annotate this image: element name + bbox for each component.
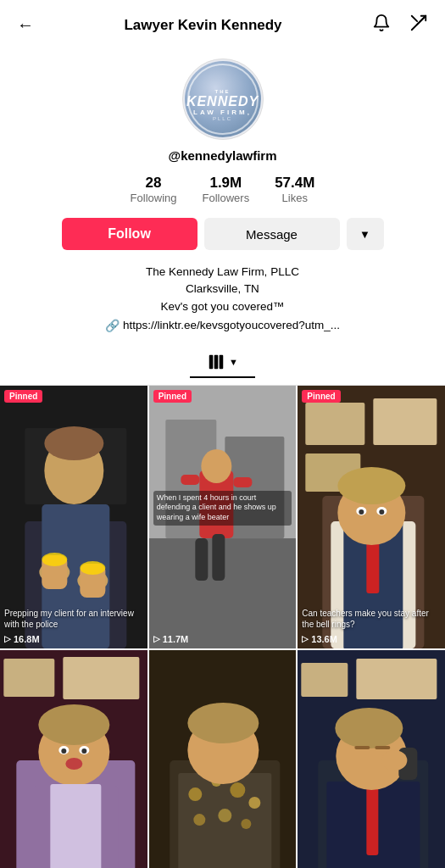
bio-line-3: Kev's got you covered™ (105, 298, 340, 315)
svg-point-21 (201, 449, 231, 483)
svg-point-15 (44, 426, 103, 460)
dropdown-arrow-icon: ▼ (359, 228, 370, 241)
video-thumb-4 (0, 650, 147, 868)
svg-rect-80 (375, 746, 391, 749)
svg-rect-25 (233, 477, 252, 487)
bio-link[interactable]: 🔗 https://linktr.ee/kevsgotyoucovered?ut… (105, 319, 340, 332)
video-overlay-2: When I spent 4 hours in court defending … (153, 491, 292, 526)
video-grid: Pinned Prepping my client for an intervi… (0, 386, 445, 868)
link-icon: 🔗 (105, 319, 120, 332)
svg-point-12 (80, 561, 105, 575)
svg-point-51 (61, 748, 66, 754)
svg-rect-71 (357, 659, 437, 699)
video-views-3: ▷ 13.6M (302, 634, 337, 644)
svg-rect-3 (220, 355, 224, 370)
following-label: Following (131, 192, 177, 204)
tab-bar: ▼ (0, 341, 445, 386)
svg-rect-1 (209, 355, 214, 370)
video-caption-3: Can teachers make you stay after the bel… (302, 608, 441, 630)
tab-dropdown-arrow: ▼ (229, 357, 238, 367)
grid-icon (207, 353, 225, 371)
header: ← Lawyer Kevin Kennedy (0, 0, 445, 50)
video-caption-1: Prepping my client for an interview with… (4, 608, 143, 630)
svg-rect-70 (302, 663, 348, 697)
svg-rect-2 (214, 355, 219, 370)
video-thumb-5 (149, 650, 297, 868)
video-cell-1[interactable]: Pinned Prepping my client for an intervi… (0, 386, 147, 648)
svg-point-65 (241, 819, 251, 829)
stats-row: 28 Following 1.9M Followers 57.4M Likes (131, 175, 315, 204)
pinned-badge-3: Pinned (302, 390, 340, 403)
svg-point-52 (81, 748, 86, 754)
bio-line-2: Clarksville, TN (105, 281, 340, 298)
video-cell-2[interactable]: Pinned When I spent 4 hours in court def… (149, 386, 297, 648)
tab-videos-grid[interactable]: ▼ (190, 348, 255, 378)
video-cell-4[interactable]: What do you do with your phone call from… (0, 650, 147, 868)
play-icon: ▷ (302, 634, 309, 643)
svg-point-11 (42, 553, 67, 566)
action-row: Follow Message ▼ (62, 218, 384, 250)
svg-rect-30 (374, 398, 437, 445)
svg-point-53 (65, 758, 82, 770)
video-views-2: ▷ 11.7M (153, 634, 189, 644)
more-options-button[interactable]: ▼ (347, 218, 384, 250)
profile-logo: THE KENNEDY LAW FIRM, PLLC (185, 61, 261, 137)
svg-rect-79 (355, 746, 370, 749)
video-cell-5[interactable]: ▷ 14.6K (149, 650, 297, 868)
header-actions (370, 12, 430, 38)
svg-rect-29 (306, 403, 365, 445)
username: @kennedylawfirm (169, 148, 277, 163)
svg-point-59 (188, 787, 202, 801)
video-cell-3[interactable]: Pinned Can teachers make you stay after … (298, 386, 445, 648)
stat-followers[interactable]: 1.9M Followers (203, 175, 250, 204)
svg-point-37 (338, 467, 406, 504)
play-icon: ▷ (153, 634, 160, 643)
svg-point-67 (187, 703, 259, 743)
svg-point-62 (248, 797, 260, 809)
message-button[interactable]: Message (204, 218, 340, 250)
avatar: THE KENNEDY LAW FIRM, PLLC (182, 58, 264, 140)
play-icon: ▷ (4, 634, 11, 643)
svg-rect-45 (63, 657, 139, 699)
followers-label: Followers (203, 192, 250, 204)
followers-count: 1.9M (209, 175, 242, 192)
video-cell-6[interactable]: When someone calls me from jail ▷ 32.7K (298, 650, 445, 868)
likes-label: Likes (282, 192, 308, 204)
svg-point-63 (193, 814, 205, 826)
pinned-badge-1: Pinned (4, 390, 42, 403)
svg-point-41 (380, 509, 385, 515)
svg-rect-22 (195, 538, 208, 581)
bio-link-text: https://linktr.ee/kevsgotyoucovered?utm_… (123, 319, 340, 331)
svg-rect-23 (212, 534, 225, 581)
stat-likes[interactable]: 57.4M Likes (275, 175, 314, 204)
back-button[interactable]: ← (15, 14, 36, 36)
video-views-1: ▷ 16.8M (4, 634, 40, 644)
svg-rect-55 (50, 784, 101, 868)
pinned-badge-2: Pinned (153, 390, 192, 403)
notification-bell-button[interactable] (370, 12, 392, 38)
svg-rect-44 (3, 659, 54, 697)
svg-point-48 (38, 704, 109, 745)
page-title: Lawyer Kevin Kennedy (124, 17, 281, 34)
svg-point-61 (230, 782, 245, 798)
svg-point-77 (382, 750, 408, 771)
stat-following[interactable]: 28 Following (131, 175, 177, 204)
svg-rect-74 (367, 787, 379, 855)
bio-section: The Kennedy Law Firm, PLLC Clarksville, … (97, 264, 348, 332)
video-thumb-6 (298, 650, 445, 868)
follow-button[interactable]: Follow (62, 218, 197, 250)
share-button[interactable] (408, 12, 430, 38)
svg-line-0 (412, 16, 417, 21)
following-count: 28 (146, 175, 162, 192)
svg-point-40 (359, 509, 364, 515)
profile-section: THE KENNEDY LAW FIRM, PLLC @kennedylawfi… (0, 50, 445, 341)
svg-point-64 (218, 809, 231, 822)
svg-rect-24 (181, 475, 199, 485)
likes-count: 57.4M (275, 175, 314, 192)
bio-line-1: The Kennedy Law Firm, PLLC (105, 264, 340, 281)
svg-point-78 (336, 708, 403, 748)
